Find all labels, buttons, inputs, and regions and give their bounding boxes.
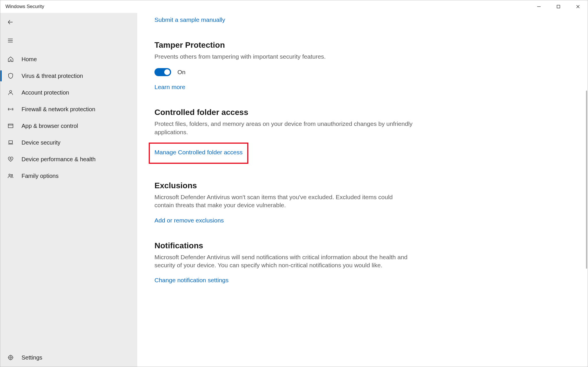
tamper-toggle[interactable] [154, 68, 171, 76]
minimize-button[interactable] [529, 0, 549, 13]
svg-point-14 [10, 357, 11, 358]
svg-point-12 [9, 174, 10, 176]
person-icon [7, 89, 14, 96]
svg-rect-11 [9, 141, 13, 143]
close-icon [576, 5, 580, 9]
sidebar-item-label: App & browser control [22, 123, 78, 129]
shield-icon [7, 72, 14, 79]
home-icon [7, 56, 14, 63]
svg-rect-9 [8, 124, 13, 128]
sidebar-item-app-browser[interactable]: App & browser control [0, 118, 137, 134]
laptop-icon [7, 139, 14, 146]
add-remove-exclusions-link[interactable]: Add or remove exclusions [154, 217, 224, 224]
notifications-heading: Notifications [154, 241, 413, 250]
main-panel: Submit a sample manually Tamper Protecti… [137, 13, 588, 367]
change-notification-settings-link[interactable]: Change notification settings [154, 277, 229, 284]
minimize-icon [537, 5, 541, 9]
toggle-knob [164, 69, 170, 75]
svg-point-13 [11, 174, 13, 176]
cfa-description: Protect files, folders, and memory areas… [154, 120, 413, 136]
notifications-description: Microsoft Defender Antivirus will send n… [154, 253, 413, 270]
section-tamper-protection: Tamper Protection Prevents others from t… [154, 41, 413, 91]
scrollbar[interactable] [586, 13, 587, 367]
scrollbar-thumb[interactable] [586, 91, 587, 269]
tamper-heading: Tamper Protection [154, 41, 413, 50]
hamburger-button[interactable] [0, 31, 137, 50]
sidebar-item-family[interactable]: Family options [0, 168, 137, 184]
sidebar-item-account[interactable]: Account protection [0, 84, 137, 101]
window-title: Windows Security [0, 4, 44, 9]
close-button[interactable] [568, 0, 588, 13]
maximize-button[interactable] [549, 0, 568, 13]
back-arrow-icon [7, 19, 13, 25]
titlebar: Windows Security [0, 0, 588, 13]
browser-icon [7, 122, 14, 129]
tamper-toggle-row: On [154, 68, 413, 76]
sidebar: Home Virus & threat protection Account p… [0, 13, 137, 367]
section-exclusions: Exclusions Microsoft Defender Antivirus … [154, 181, 413, 224]
sidebar-item-virus-threat[interactable]: Virus & threat protection [0, 68, 137, 84]
content-area: Submit a sample manually Tamper Protecti… [137, 13, 430, 295]
sidebar-item-label: Settings [22, 354, 42, 361]
app-body: Home Virus & threat protection Account p… [0, 13, 588, 367]
sidebar-item-label: Account protection [22, 89, 69, 96]
signal-icon [7, 106, 14, 113]
sidebar-item-device-security[interactable]: Device security [0, 134, 137, 151]
sidebar-item-label: Home [22, 56, 37, 63]
heart-pulse-icon [7, 156, 14, 163]
highlight-annotation: Manage Controlled folder access [149, 143, 248, 164]
sidebar-item-firewall[interactable]: Firewall & network protection [0, 101, 137, 118]
exclusions-heading: Exclusions [154, 181, 413, 190]
app-window: Windows Security [0, 0, 588, 367]
sidebar-item-settings[interactable]: Settings [0, 348, 137, 367]
exclusions-description: Microsoft Defender Antivirus won't scan … [154, 193, 413, 210]
sidebar-nav: Home Virus & threat protection Account p… [0, 50, 137, 184]
section-controlled-folder-access: Controlled folder access Protect files, … [154, 108, 413, 164]
sidebar-item-label: Device performance & health [22, 156, 96, 163]
sidebar-item-label: Family options [22, 173, 59, 179]
family-icon [7, 172, 14, 179]
sidebar-item-home[interactable]: Home [0, 51, 137, 68]
gear-icon [7, 354, 14, 361]
manage-cfa-link[interactable]: Manage Controlled folder access [154, 149, 243, 156]
svg-rect-1 [557, 5, 560, 8]
tamper-description: Prevents others from tampering with impo… [154, 53, 413, 61]
section-notifications: Notifications Microsoft Defender Antivir… [154, 241, 413, 284]
svg-point-7 [9, 91, 11, 93]
hamburger-icon [7, 37, 13, 44]
sidebar-item-label: Firewall & network protection [22, 106, 95, 113]
sidebar-item-performance[interactable]: Device performance & health [0, 151, 137, 168]
tamper-toggle-state: On [177, 69, 185, 76]
window-controls [529, 0, 588, 13]
sidebar-item-label: Virus & threat protection [22, 73, 83, 79]
submit-sample-link[interactable]: Submit a sample manually [154, 16, 225, 23]
cfa-heading: Controlled folder access [154, 108, 413, 117]
tamper-learn-more-link[interactable]: Learn more [154, 84, 185, 91]
svg-point-8 [10, 109, 11, 110]
sidebar-item-label: Device security [22, 139, 61, 146]
maximize-icon [556, 5, 560, 9]
back-button[interactable] [0, 13, 137, 31]
